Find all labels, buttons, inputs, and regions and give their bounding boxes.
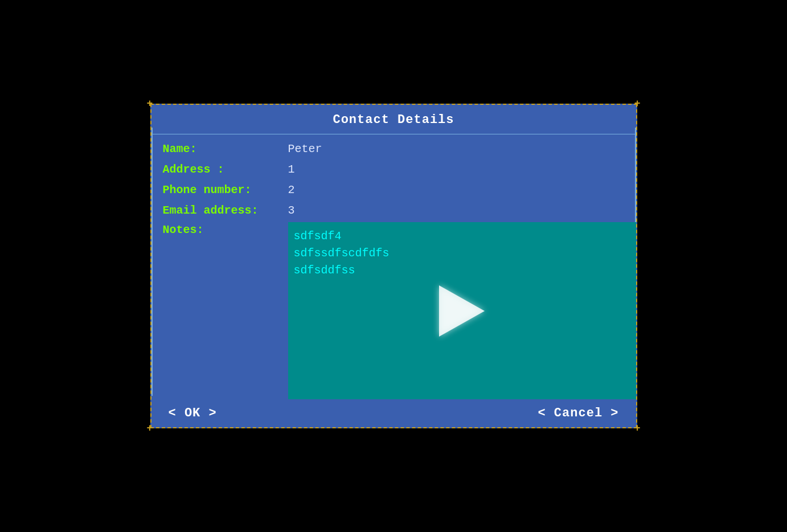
notes-text: sdfsdf4 sdfssdfscdfdfs sdfsddfss [294, 228, 390, 279]
address-label: Address : [151, 162, 288, 176]
name-label: Name: [151, 141, 288, 155]
address-row: Address : 1 [151, 159, 636, 180]
dialog-title: Contact Details [151, 105, 636, 134]
cancel-button[interactable]: < Cancel > [538, 406, 618, 420]
corner-bl: + [147, 423, 153, 434]
name-row: Name: Peter [151, 139, 636, 159]
address-value: 1 [288, 162, 636, 176]
notes-label: Notes: [151, 222, 288, 399]
corner-br: + [634, 423, 641, 434]
dialog-body: Name: Peter Address : 1 Phone number: 2 … [151, 139, 636, 399]
phone-label: Phone number: [151, 182, 288, 197]
phone-value: 2 [288, 182, 636, 197]
left-border [151, 128, 153, 396]
email-value: 3 [288, 203, 636, 217]
dialog-footer: < OK > < Cancel > [151, 399, 636, 427]
name-value: Peter [288, 141, 636, 155]
notes-section: Notes: sdfsdf4 sdfssdfscdfdfs sdfsddfss [151, 222, 636, 399]
play-icon[interactable] [439, 285, 485, 337]
title-divider [151, 134, 636, 134]
contact-details-dialog: + + Contact Details Name: Peter Address … [150, 104, 637, 428]
email-row: Email address: 3 [151, 200, 636, 221]
phone-row: Phone number: 2 [151, 180, 636, 200]
notes-area[interactable]: sdfsdf4 sdfssdfscdfdfs sdfsddfss [288, 222, 636, 399]
email-label: Email address: [151, 203, 288, 217]
ok-button[interactable]: < OK > [169, 406, 217, 420]
